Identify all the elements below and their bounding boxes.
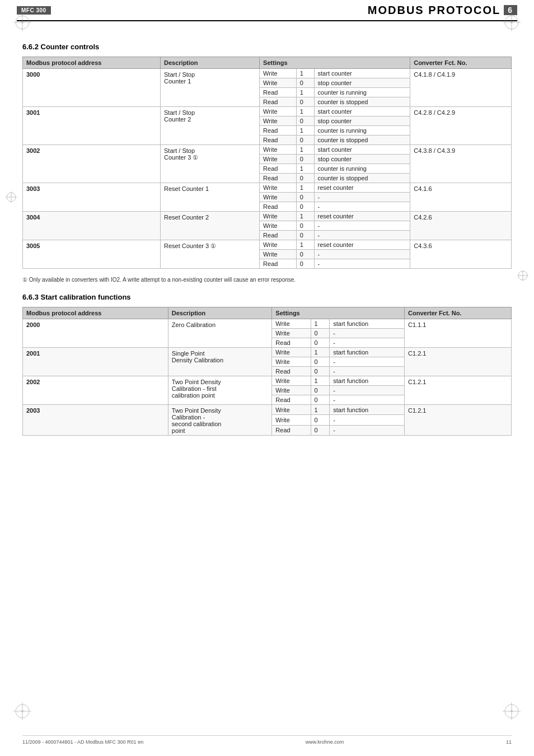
rw-cell: Write bbox=[272, 357, 311, 367]
rw-cell: Read bbox=[260, 174, 297, 183]
rw-cell: Write bbox=[260, 193, 297, 202]
value-cell: 0 bbox=[296, 97, 314, 107]
fct-cell: C1.2.1 bbox=[405, 405, 512, 436]
value-cell: 0 bbox=[296, 250, 314, 259]
address-cell: 3005 bbox=[23, 240, 161, 269]
description-cell: Start / Stop Counter 2 bbox=[161, 107, 260, 145]
table-row: 3002Start / Stop Counter 3 ①Write1start … bbox=[23, 145, 512, 155]
rw-cell: Write bbox=[260, 116, 297, 126]
setting-desc-cell: start function bbox=[330, 405, 405, 415]
page-footer: 11/2009 - 4000744801 - AD Modbus MFC 300… bbox=[22, 735, 512, 745]
header-bar: MFC 300 MODBUS PROTOCOL 6 bbox=[17, 0, 517, 21]
value-cell: 0 bbox=[311, 395, 330, 405]
value-cell: 0 bbox=[296, 116, 314, 126]
setting-desc-cell: - bbox=[314, 259, 410, 269]
section2-heading: 6.6.3 Start calibration functions bbox=[22, 293, 512, 301]
fct-cell: C4.1.8 / C4.1.9 bbox=[410, 69, 512, 107]
rw-cell: Write bbox=[260, 69, 297, 78]
description-cell: Zero Calibration bbox=[168, 319, 272, 348]
svg-point-3 bbox=[21, 21, 24, 24]
col2-header-description: Description bbox=[168, 307, 272, 319]
col-header-settings: Settings bbox=[260, 57, 410, 69]
rw-cell: Write bbox=[260, 145, 297, 155]
description-cell: Start / Stop Counter 3 ① bbox=[161, 145, 260, 183]
setting-desc-cell: counter is running bbox=[314, 164, 410, 174]
setting-desc-cell: counter is running bbox=[314, 88, 410, 97]
rw-cell: Read bbox=[260, 126, 297, 136]
address-cell: 2002 bbox=[23, 376, 168, 405]
main-content: 6.6.2 Counter controls Modbus protocol a… bbox=[0, 21, 534, 460]
setting-desc-cell: start function bbox=[330, 348, 405, 357]
rw-cell: Read bbox=[260, 88, 297, 97]
rw-cell: Read bbox=[260, 136, 297, 145]
fct-cell: C4.3.6 bbox=[410, 240, 512, 269]
setting-desc-cell: start function bbox=[330, 319, 405, 329]
fct-cell: C1.1.1 bbox=[405, 319, 512, 348]
setting-desc-cell: - bbox=[314, 221, 410, 231]
rw-cell: Read bbox=[272, 395, 311, 405]
setting-desc-cell: stop counter bbox=[314, 78, 410, 88]
col2-header-settings: Settings bbox=[272, 307, 405, 319]
table-row: 2001Single Point Density CalibrationWrit… bbox=[23, 348, 512, 357]
description-cell: Two Point Density Calibration - second c… bbox=[168, 405, 272, 436]
rw-cell: Write bbox=[272, 376, 311, 386]
setting-desc-cell: start counter bbox=[314, 145, 410, 155]
value-cell: 0 bbox=[296, 231, 314, 240]
footer-center: www.krohne.com bbox=[306, 739, 344, 745]
fct-cell: C4.3.8 / C4.3.9 bbox=[410, 145, 512, 183]
table-row: 3001Start / Stop Counter 2Write1start co… bbox=[23, 107, 512, 116]
setting-desc-cell: - bbox=[314, 250, 410, 259]
title-text: MODBUS PROTOCOL bbox=[368, 4, 500, 17]
value-cell: 0 bbox=[311, 386, 330, 395]
setting-desc-cell: counter is stopped bbox=[314, 136, 410, 145]
address-cell: 2001 bbox=[23, 348, 168, 376]
value-cell: 1 bbox=[311, 405, 330, 415]
value-cell: 0 bbox=[296, 174, 314, 183]
value-cell: 0 bbox=[296, 193, 314, 202]
setting-desc-cell: start counter bbox=[314, 69, 410, 78]
col2-header-converter: Converter Fct. No. bbox=[405, 307, 512, 319]
table-row: 2000Zero CalibrationWrite1start function… bbox=[23, 319, 512, 329]
setting-desc-cell: counter is stopped bbox=[314, 97, 410, 107]
value-cell: 0 bbox=[296, 202, 314, 212]
value-cell: 0 bbox=[311, 415, 330, 425]
footer-right: 11 bbox=[506, 739, 512, 745]
address-cell: 2003 bbox=[23, 405, 168, 436]
rw-cell: Read bbox=[260, 164, 297, 174]
rw-cell: Write bbox=[260, 183, 297, 193]
setting-desc-cell: - bbox=[330, 386, 405, 395]
setting-desc-cell: - bbox=[330, 338, 405, 348]
rw-cell: Read bbox=[272, 338, 311, 348]
table-row: 2002Two Point Density Calibration - firs… bbox=[23, 376, 512, 386]
description-cell: Two Point Density Calibration - first ca… bbox=[168, 376, 272, 405]
description-cell: Reset Counter 3 ① bbox=[161, 240, 260, 269]
value-cell: 0 bbox=[311, 329, 330, 338]
value-cell: 1 bbox=[296, 183, 314, 193]
rw-cell: Read bbox=[272, 425, 311, 435]
setting-desc-cell: - bbox=[330, 415, 405, 425]
value-cell: 1 bbox=[296, 145, 314, 155]
setting-desc-cell: - bbox=[330, 425, 405, 435]
description-cell: Reset Counter 1 bbox=[161, 183, 260, 212]
address-cell: 3000 bbox=[23, 69, 161, 107]
value-cell: 0 bbox=[296, 78, 314, 88]
address-cell: 3004 bbox=[23, 212, 161, 240]
setting-desc-cell: stop counter bbox=[314, 116, 410, 126]
value-cell: 1 bbox=[296, 69, 314, 78]
rw-cell: Read bbox=[272, 367, 311, 376]
value-cell: 0 bbox=[311, 338, 330, 348]
rw-cell: Read bbox=[260, 97, 297, 107]
setting-desc-cell: - bbox=[330, 329, 405, 338]
col-header-converter: Converter Fct. No. bbox=[410, 57, 512, 69]
rw-cell: Read bbox=[260, 259, 297, 269]
rw-cell: Write bbox=[272, 348, 311, 357]
setting-desc-cell: - bbox=[314, 231, 410, 240]
fct-cell: C1.2.1 bbox=[405, 376, 512, 405]
table-row: 3000Start / Stop Counter 1Write1start co… bbox=[23, 69, 512, 78]
setting-desc-cell: start counter bbox=[314, 107, 410, 116]
rw-cell: Write bbox=[260, 250, 297, 259]
description-cell: Start / Stop Counter 1 bbox=[161, 69, 260, 107]
address-cell: 2000 bbox=[23, 319, 168, 348]
setting-desc-cell: counter is running bbox=[314, 126, 410, 136]
value-cell: 0 bbox=[311, 367, 330, 376]
